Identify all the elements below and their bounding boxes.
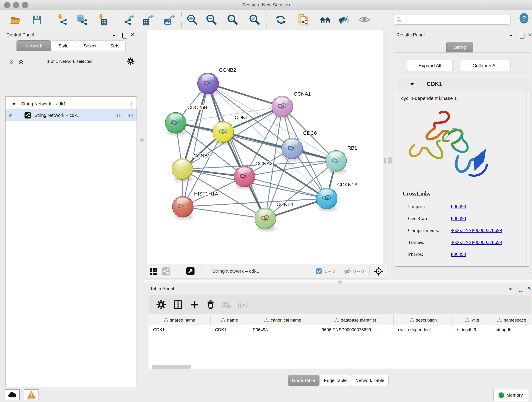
control-panel-menu-icon[interactable] [112, 34, 116, 38]
table-row[interactable]: CDK1CDK1P064939606.ENSP00000378699cyclin… [148, 325, 532, 334]
export-network-icon[interactable] [123, 13, 136, 26]
crosslink-value[interactable]: 9606.ENSP00000378699 [451, 236, 502, 248]
create-column-icon[interactable] [189, 299, 200, 310]
network-scrollbar-thumb[interactable] [384, 158, 386, 164]
clone-network-icon[interactable] [296, 13, 310, 26]
crosslink-value[interactable]: P06493 [451, 248, 502, 260]
zoom-out-icon[interactable] [205, 13, 218, 26]
collection-label: String Network – cdk1 [21, 101, 66, 107]
tab-style[interactable]: Style [51, 40, 76, 51]
column-header-5[interactable]: @id [452, 315, 491, 325]
home-icon[interactable] [319, 13, 332, 26]
toolbar-separator [292, 12, 292, 28]
import-network-file-icon[interactable] [55, 13, 69, 26]
bottom-splitter-handle[interactable] [338, 281, 342, 284]
crosslink-value[interactable]: P06493 [451, 212, 502, 224]
delete-column-trash-icon[interactable] [205, 299, 216, 310]
collection-expander-icon[interactable] [12, 103, 16, 105]
refresh-view-icon[interactable] [274, 13, 288, 26]
import-network-database-icon[interactable] [75, 13, 89, 26]
network-list-view-icon[interactable] [162, 267, 171, 277]
right-splitter-handle[interactable] [388, 157, 392, 164]
table-cell: CDK1 [210, 327, 248, 332]
show-eye-icon[interactable] [358, 13, 371, 26]
help-icon[interactable]: ? [517, 12, 531, 25]
search-box[interactable] [394, 15, 510, 25]
open-session-icon[interactable] [9, 13, 22, 26]
graph-node-CDK1[interactable]: CDK1 [213, 115, 248, 145]
column-header-3[interactable]: database identifier [317, 315, 393, 325]
table-panel-menu-icon[interactable] [508, 287, 512, 292]
table-toolbar: f(x) [148, 295, 531, 313]
import-table-file-icon[interactable] [95, 13, 109, 26]
network-options-gear-icon[interactable] [127, 57, 135, 66]
control-panel-tabs: NetworkStyleSelectSets [17, 40, 126, 51]
selected-checkbox-icon[interactable] [316, 268, 322, 275]
detach-view-icon[interactable] [186, 267, 195, 276]
results-panel-close-icon[interactable]: ✕ [528, 32, 532, 38]
table-panel-close-icon[interactable]: ✕ [527, 286, 531, 291]
graph-node-CCNE1[interactable]: CCNE1 [255, 201, 294, 231]
expand-all-button[interactable]: Expand All [407, 60, 453, 71]
table-panel-float-icon[interactable] [519, 287, 524, 293]
vertical-splitter[interactable] [387, 30, 392, 280]
column-header-6[interactable]: namespace [491, 315, 532, 325]
tab-sets[interactable]: Sets [104, 40, 126, 51]
save-session-icon[interactable] [30, 13, 44, 26]
delete-table-icon[interactable] [221, 299, 232, 310]
cloud-button[interactable] [5, 389, 20, 400]
warning-button[interactable] [24, 389, 39, 400]
table-settings-gear-icon[interactable] [155, 299, 167, 310]
network-row[interactable]: String Network – cdk1 11 48 [6, 109, 137, 121]
tab-select[interactable]: Select [76, 40, 104, 51]
grid-view-icon[interactable] [150, 268, 158, 276]
protein-expander-icon[interactable] [410, 83, 414, 85]
export-image-icon[interactable] [163, 13, 177, 26]
function-builder-icon[interactable]: f(x) [237, 299, 248, 310]
network-collection-row[interactable]: String Network – cdk1 1 [6, 98, 137, 109]
crosslink-value[interactable]: 9606.ENSP00000378699 [451, 224, 502, 236]
zoom-selected-icon[interactable] [248, 13, 261, 26]
tab-network-table[interactable]: Network Table [351, 375, 389, 386]
results-panel-float-icon[interactable] [520, 33, 525, 39]
network-graph[interactable]: CCNB2CCNA1CDC25BCDK1CDC6RB1CCNB1CCNA2CDK… [147, 30, 383, 264]
column-header-2[interactable]: canonical name [248, 315, 317, 325]
graph-node-CDKN1A[interactable]: CDKN1A [316, 182, 358, 211]
left-splitter-handle[interactable] [140, 138, 144, 142]
hidden-counts: 0 – 0 [353, 264, 364, 278]
graph-node-CCNA1[interactable]: CCNA1 [272, 91, 311, 119]
tab-string[interactable]: String [446, 42, 473, 52]
graph-node-CDC6[interactable]: CDC6 [282, 130, 317, 161]
toolbar-separator [266, 12, 266, 28]
tab-node-table[interactable]: Node Table [288, 375, 320, 386]
control-panel-float-icon[interactable] [122, 33, 127, 39]
column-header-4[interactable]: description [393, 315, 452, 325]
network-view-title: String Network – cdk1 [212, 264, 259, 278]
fit-content-icon[interactable] [226, 13, 239, 26]
column-header-0[interactable]: shared name [148, 315, 210, 325]
collapse-all-button[interactable]: Collapse All [460, 60, 510, 71]
table-hscrollbar-thumb[interactable] [152, 365, 191, 369]
tab-edge-table[interactable]: Edge Table [319, 375, 351, 386]
node-table[interactable]: shared namenamecanonical namedatabase id… [148, 315, 532, 369]
export-table-icon[interactable] [142, 13, 155, 26]
window-title: Session: New Session [0, 0, 532, 10]
graph-node-label: RB1 [347, 145, 357, 151]
results-panel-menu-icon[interactable] [509, 34, 513, 38]
zoom-in-icon[interactable] [186, 13, 199, 26]
tab-network[interactable]: Network [17, 40, 51, 51]
birds-eye-view-icon[interactable] [374, 266, 384, 277]
graph-node-RB1[interactable]: RB1 [326, 145, 357, 173]
search-input[interactable] [402, 17, 504, 22]
memory-button[interactable]: Memory [493, 389, 528, 401]
network-canvas[interactable]: CCNB2CCNA1CDC25BCDK1CDC6RB1CCNB1CCNA2CDK… [147, 30, 383, 264]
graph-node-CCNB1[interactable]: CCNB1 [172, 153, 210, 182]
show-columns-icon[interactable] [172, 299, 184, 310]
protein-header-row[interactable]: CDK1 [396, 77, 529, 92]
column-header-1[interactable]: name [210, 315, 248, 325]
crosslink-value[interactable]: P06493 [451, 201, 502, 212]
table-cell: stringdb:9... [452, 327, 491, 332]
network-scrollbar[interactable] [383, 30, 387, 264]
control-panel-close-icon[interactable]: ✕ [130, 32, 134, 38]
hide-eye-icon[interactable] [337, 13, 351, 26]
